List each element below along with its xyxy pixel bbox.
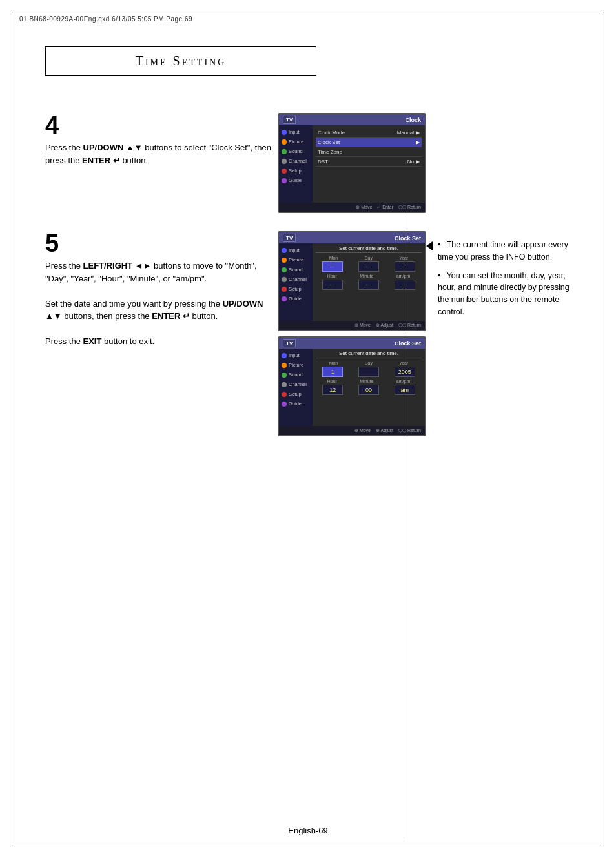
step5-leftright-label: LEFT/RIGHT ◄► [83,261,152,271]
note-text-2: You can set the month, day, year, hour, … [438,271,570,316]
channel-icon-5a [282,277,287,282]
tv-sidebar-5b: Input Picture Sound Channel [279,349,313,426]
sidebar-5a-picture: Picture [279,255,313,265]
tv-screen5b-title: Clock Set [395,340,421,347]
guide-icon-5a [282,296,287,301]
page-border-top [12,12,604,12]
sidebar-sound: Sound [279,147,313,156]
tv-label-5a: TV [283,234,296,242]
step4-updown-label: UP/DOWN ▲▼ [83,143,143,152]
input-icon-5a [282,248,287,253]
cs-labels-row2-5a: HourMinuteam/pm [316,274,422,278]
sidebar-5a-guide: Guide [279,294,313,303]
cs-labels-row1-5a: MonDayYear [316,256,422,260]
tv-label-4: TV [283,116,296,124]
cs-cell-min-5b: 00 [358,385,379,395]
cs-cell-mon-5b: 1 [322,367,343,377]
note-bullet-2: • [438,271,440,280]
footer-return-5a: ⬡⬡ Return [398,323,421,328]
sidebar-5a-setup: Setup [279,284,313,294]
note-2-container: • You can set the month, day, year, hour… [438,270,581,318]
cs-row2-5a: — — — [316,280,422,290]
footer-enter: ↵ Enter [377,205,393,210]
tv-label-5b: TV [283,339,296,347]
step5-exit-label: EXIT [83,336,102,346]
cs-title-5a: Set current date and time. [316,245,422,253]
cs-cell-ampm-5b: am [395,385,415,395]
title-box: Time Setting [45,46,316,76]
picture-icon-5a [282,258,287,263]
tv-cs-area-5a: Set current date and time. MonDayYear — … [313,243,425,321]
step5-left: 5 Press the LEFT/RIGHT ◄► buttons to mov… [45,231,278,348]
cs-row2-5b: 12 00 am [316,385,422,395]
sidebar-setup: Setup [279,166,313,176]
sidebar-5b-setup: Setup [279,389,313,399]
menu-row-dst: DST : No ▶ [316,157,422,167]
tv-main-area-4: Clock Mode : Manual ▶ Clock Set ▶ Time Z… [313,125,425,203]
tv-screen4-title: Clock [405,117,421,123]
sidebar-5b-input: Input [279,351,313,360]
sidebar-channel: Channel [279,156,313,166]
cs-cell-year-5a: — [395,261,415,272]
cs-cell-day-5b [358,367,379,377]
input-icon [282,130,287,135]
separator-line [404,213,404,839]
step4-section: 4 Press the UP/DOWN ▲▼ buttons to select… [45,113,571,213]
sidebar-5b-channel: Channel [279,380,313,389]
cs-cell-hour-5a: — [322,280,343,290]
cs-cell-mon-5a: — [322,261,343,272]
page-border-bottom [12,846,604,846]
footer-return: ⬡⬡ Return [398,205,421,210]
footer-move-5b: ⊕ Move [354,428,371,433]
step4-enter-label: ENTER ↵ [82,156,120,165]
tv-screen4-body: Input Picture Sound Channel [279,125,425,203]
picture-icon [282,139,287,145]
cs-row1-5a: — — — [316,261,422,272]
tv-footer-4: ⊕ Move ↵ Enter ⬡⬡ Return [279,203,425,212]
cs-row1-5b: 1 2005 [316,367,422,377]
footer-move-5a: ⊕ Move [354,323,371,328]
sound-icon [282,149,287,154]
setup-icon [282,169,287,174]
cs-cell-day-5a: — [358,261,379,272]
footer-adjust-5b: ⊕ Adjust [376,428,393,433]
channel-icon [282,159,287,164]
page-number: English-69 [288,826,327,835]
step5-enter-label: ENTER ↵ [152,311,190,321]
footer-adjust-5a: ⊕ Adjust [376,323,393,328]
note-1-container: • The current time will appear every tim… [438,239,581,263]
cs-cell-ampm-5a: — [395,280,415,290]
tv-sidebar-4: Input Picture Sound Channel [279,125,313,203]
sidebar-5a-sound: Sound [279,265,313,274]
tv-screen4-header: TV Clock [279,114,425,125]
triangle-arrow-icon [426,241,433,250]
input-icon-5b [282,353,287,358]
step5-text: Press the LEFT/RIGHT ◄► buttons to move … [45,260,278,348]
tv-sidebar-5a: Input Picture Sound Channel [279,243,313,321]
channel-icon-5b [282,382,287,387]
setup-icon-5b [282,392,287,397]
note-item-1: • The current time will appear every tim… [426,239,581,263]
sidebar-input: Input [279,127,313,137]
tv-screen5a-title: Clock Set [395,235,421,241]
sidebar-5b-guide: Guide [279,399,313,409]
note-item-2: • You can set the month, day, year, hour… [426,270,581,318]
notes-section: • The current time will appear every tim… [426,239,581,325]
cs-labels-row2-5b: HourMinuteam/pm [316,379,422,383]
cs-cell-min-5a: — [358,280,379,290]
note-text-1: The current time will appear every time … [438,240,568,261]
step4-text: Press the UP/DOWN ▲▼ buttons to select "… [45,141,278,167]
tv-cs-area-5b: Set current date and time. MonDayYear 1 … [313,349,425,426]
sidebar-5a-input: Input [279,245,313,255]
menu-row-clock-set: Clock Set ▶ [316,138,422,147]
sidebar-picture: Picture [279,137,313,147]
cs-title-5b: Set current date and time. [316,351,422,358]
step4-left: 4 Press the UP/DOWN ▲▼ buttons to select… [45,113,278,167]
cs-cell-hour-5b: 12 [322,385,343,395]
note-bullet-1: • [438,240,440,249]
page-border-left [12,12,12,846]
menu-row-clock-mode: Clock Mode : Manual ▶ [316,128,422,138]
step5-number: 5 [45,231,278,256]
tv-screen-4: TV Clock Input Picture Sound [278,113,426,213]
guide-icon [282,178,287,183]
